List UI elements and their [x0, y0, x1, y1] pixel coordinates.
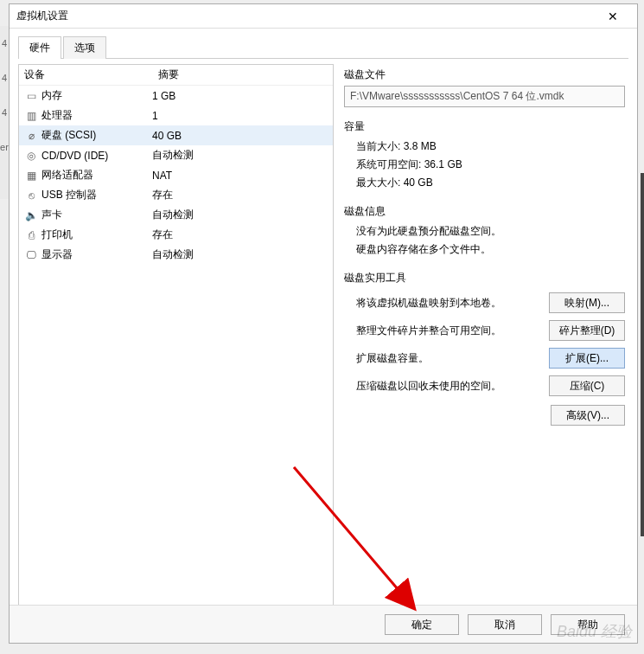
device-icon: ⎙ — [24, 229, 38, 241]
list-item[interactable]: ⎋USB 控制器存在 — [19, 185, 333, 205]
list-item[interactable]: ⌀硬盘 (SCSI)40 GB — [19, 125, 333, 145]
tabs: 硬件 选项 — [18, 35, 628, 59]
expand-button[interactable]: 扩展(E)... — [549, 348, 625, 369]
disk-file-label: 磁盘文件 — [344, 67, 625, 82]
footer: 确定 取消 帮助 — [10, 605, 637, 643]
free-space: 36.1 GB — [424, 158, 462, 170]
window-title: 虚拟机设置 — [16, 9, 596, 23]
watermark: Baidu 经验 — [557, 621, 632, 642]
col-device: 设备 — [24, 67, 158, 82]
disk-info-label: 磁盘信息 — [344, 204, 625, 219]
device-icon: ⌀ — [24, 130, 38, 142]
disk-info-1: 没有为此硬盘预分配磁盘空间。 — [344, 222, 625, 240]
device-icon: ▦ — [24, 170, 38, 182]
list-item[interactable]: ▦网络适配器NAT — [19, 165, 333, 185]
expand-desc: 扩展磁盘容量。 — [356, 351, 549, 366]
map-button[interactable]: 映射(M)... — [549, 292, 625, 313]
device-icon: 🔈 — [24, 209, 38, 221]
cancel-button[interactable]: 取消 — [468, 614, 542, 635]
device-icon: ▥ — [24, 110, 38, 122]
device-icon: ◎ — [24, 150, 38, 162]
list-item[interactable]: ▭内存1 GB — [19, 86, 333, 106]
defrag-desc: 整理文件碎片并整合可用空间。 — [356, 324, 549, 338]
disk-file-field[interactable]: F:\VMware\sssssssssss\CentOS 7 64 位.vmdk — [344, 86, 625, 107]
defrag-button[interactable]: 碎片整理(D) — [549, 320, 625, 341]
settings-window: 虚拟机设置 ✕ 硬件 选项 设备 摘要 ▭内存1 GB▥处理器1⌀硬盘 (SCS… — [9, 3, 638, 644]
list-item[interactable]: 🔈声卡自动检测 — [19, 205, 333, 225]
capacity-label: 容量 — [344, 119, 625, 134]
list-item[interactable]: 🖵显示器自动检测 — [19, 245, 333, 265]
tab-options[interactable]: 选项 — [63, 36, 106, 59]
tools-label: 磁盘实用工具 — [344, 271, 625, 285]
device-icon: ⎋ — [24, 189, 38, 202]
current-size: 3.8 MB — [404, 140, 437, 152]
hardware-list[interactable]: 设备 摘要 ▭内存1 GB▥处理器1⌀硬盘 (SCSI)40 GB◎CD/DVD… — [18, 64, 334, 609]
list-item[interactable]: ◎CD/DVD (IDE)自动检测 — [19, 145, 333, 165]
compact-desc: 压缩磁盘以回收未使用的空间。 — [356, 379, 549, 394]
advanced-button[interactable]: 高级(V)... — [551, 405, 625, 426]
list-item[interactable]: ▥处理器1 — [19, 106, 333, 125]
disk-info-2: 硬盘内容存储在多个文件中。 — [344, 240, 625, 259]
close-icon[interactable]: ✕ — [596, 10, 630, 23]
device-icon: ▭ — [24, 90, 38, 102]
device-icon: 🖵 — [24, 249, 38, 261]
max-size: 40 GB — [404, 176, 433, 189]
tab-hardware[interactable]: 硬件 — [18, 36, 61, 59]
col-summary: 摘要 — [158, 67, 179, 82]
ok-button[interactable]: 确定 — [385, 614, 459, 635]
map-desc: 将该虚拟机磁盘映射到本地卷。 — [356, 296, 549, 311]
compact-button[interactable]: 压缩(C) — [549, 375, 625, 396]
titlebar: 虚拟机设置 ✕ — [10, 4, 637, 29]
list-item[interactable]: ⎙打印机存在 — [19, 225, 333, 245]
